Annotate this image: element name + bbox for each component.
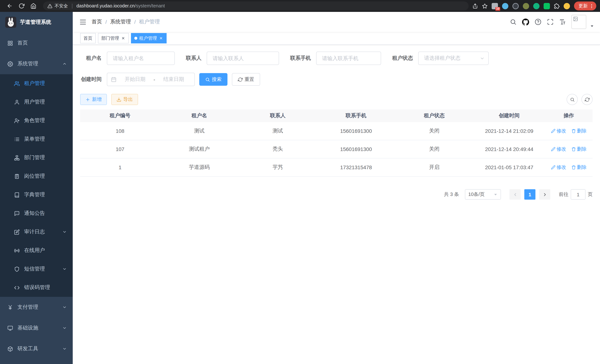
cell-id: 108 <box>80 122 160 140</box>
sidebar-item-sms[interactable]: 短信管理 <box>0 260 73 278</box>
close-tab-icon[interactable] <box>121 36 125 40</box>
sidebar-item-system[interactable]: 系统管理 <box>0 53 73 74</box>
sidebar-menu: 首页系统管理租户管理用户管理角色管理菜单管理部门管理岗位管理字典管理通知公告审计… <box>0 33 73 359</box>
app-logo[interactable]: 芋道管理系统 <box>0 12 73 33</box>
sidebar-item-menu[interactable]: 菜单管理 <box>0 130 73 149</box>
delete-link[interactable]: 删除 <box>572 164 587 171</box>
cell-phone: 17321315478 <box>317 158 395 177</box>
tab-dept[interactable]: 部门管理 <box>98 33 129 43</box>
status-select[interactable]: 请选择租户状态 <box>418 52 489 65</box>
sidebar-collapse-icon[interactable] <box>79 18 86 25</box>
add-button-label: 新增 <box>92 96 102 103</box>
sidebar-item-notice[interactable]: 通知公告 <box>0 204 73 223</box>
help-icon[interactable] <box>535 19 541 25</box>
edit-link[interactable]: 修改 <box>551 128 566 134</box>
browser-profile-avatar[interactable] <box>564 3 570 9</box>
share-button[interactable] <box>472 3 478 9</box>
extension-badge: 10 <box>495 7 500 10</box>
sidebar-item-infra[interactable]: 基础设施 <box>0 318 73 338</box>
date-range-picker[interactable]: 开始日期 - 结束日期 <box>107 73 195 86</box>
delete-link[interactable]: 删除 <box>572 128 587 134</box>
cell-contact: 秃头 <box>239 140 317 158</box>
code-icon <box>14 285 20 290</box>
sidebar-item-post[interactable]: 岗位管理 <box>0 167 73 186</box>
edit-link[interactable]: 修改 <box>551 164 566 171</box>
refresh-table-button[interactable] <box>581 94 593 105</box>
tab-tenant[interactable]: 租户管理 <box>131 33 167 43</box>
extensions-puzzle-button[interactable] <box>554 3 560 9</box>
prev-page-button[interactable] <box>509 189 521 200</box>
export-button[interactable]: 导出 <box>111 94 138 105</box>
breadcrumb-home[interactable]: 首页 <box>92 19 102 25</box>
user-menu-caret-icon[interactable] <box>590 24 594 28</box>
extension-icon-4[interactable] <box>523 3 529 9</box>
sidebar-item-tenant[interactable]: 租户管理 <box>0 74 73 93</box>
extension-icon-3[interactable] <box>512 3 519 9</box>
add-button[interactable]: 新增 <box>80 94 107 105</box>
calendar-icon <box>111 77 116 82</box>
header-actions <box>510 15 594 29</box>
contact-input[interactable] <box>207 52 279 65</box>
chevron-down-icon <box>62 230 67 234</box>
menu-icon <box>14 136 20 142</box>
extension-icon-1[interactable]: 10 <box>492 3 498 9</box>
phone-input[interactable] <box>316 52 381 65</box>
search-button[interactable]: 搜索 <box>199 73 227 86</box>
sidebar-item-home[interactable]: 首页 <box>0 33 73 53</box>
refresh-icon <box>238 77 243 82</box>
delete-link[interactable]: 删除 <box>572 146 587 152</box>
sidebar-item-online-user[interactable]: 在线用户 <box>0 241 73 260</box>
caret-down-icon <box>494 192 497 196</box>
breadcrumb-separator: / <box>134 19 136 25</box>
font-size-icon[interactable] <box>559 19 566 25</box>
goto-page-input[interactable] <box>571 189 586 200</box>
column-header: 联系人 <box>239 110 317 122</box>
tab-home[interactable]: 首页 <box>80 33 96 43</box>
fullscreen-icon[interactable] <box>547 19 554 25</box>
sidebar-item-dict[interactable]: 字典管理 <box>0 186 73 204</box>
extension-icon-6[interactable] <box>544 3 550 9</box>
cell-actions: 修改删除 <box>545 140 593 158</box>
sidebar-item-error-code[interactable]: 错误码管理 <box>0 278 73 297</box>
page-number-1[interactable]: 1 <box>524 189 535 200</box>
monitor-icon <box>7 325 13 331</box>
sidebar-item-label: 研发工具 <box>18 345 60 352</box>
page-size-select[interactable]: 10条/页 <box>465 189 501 200</box>
extension-icon-5[interactable] <box>533 3 540 9</box>
sidebar-item-label: 字典管理 <box>24 191 67 198</box>
header-search-icon[interactable] <box>510 19 516 25</box>
toggle-search-button[interactable] <box>567 94 578 105</box>
close-tab-icon[interactable] <box>159 36 163 40</box>
update-button[interactable]: 更新 <box>574 1 596 10</box>
tenant-name-input[interactable] <box>107 52 175 65</box>
sidebar-item-user[interactable]: 用户管理 <box>0 93 73 111</box>
security-label[interactable]: 不安全 <box>55 3 68 9</box>
app-header: 首页 / 系统管理 / 租户管理 <box>73 12 600 32</box>
sidebar-item-role[interactable]: 角色管理 <box>0 111 73 130</box>
user-avatar[interactable] <box>572 15 586 29</box>
sidebar-item-dev-tool[interactable]: 研发工具 <box>0 338 73 359</box>
address-bar[interactable]: 不安全 dashboard.yudao.iocoder.cn/system/te… <box>43 1 469 10</box>
github-icon[interactable] <box>522 18 529 25</box>
table-row: 1芋道源码芋艿17321315478开启2021-01-05 17:03:47修… <box>80 158 593 177</box>
filter-phone: 联系手机 <box>290 52 381 65</box>
browser-menu-icon[interactable] <box>589 3 594 8</box>
sidebar-item-label: 租户管理 <box>24 80 67 87</box>
edit-link[interactable]: 修改 <box>551 146 566 152</box>
sidebar-item-dept[interactable]: 部门管理 <box>0 149 73 167</box>
browser-home-button[interactable] <box>28 1 38 11</box>
cell-actions: 修改删除 <box>545 158 593 177</box>
browser-back-button[interactable] <box>5 1 14 11</box>
reset-button[interactable]: 重置 <box>232 73 260 86</box>
sidebar-item-pay[interactable]: 支付管理 <box>0 297 73 318</box>
next-page-button[interactable] <box>539 189 550 200</box>
bookmark-star-button[interactable] <box>482 3 488 9</box>
breadcrumb: 首页 / 系统管理 / 租户管理 <box>92 19 160 25</box>
sidebar-item-audit-log[interactable]: 审计日志 <box>0 223 73 241</box>
reset-button-label: 重置 <box>244 76 254 83</box>
start-date-placeholder: 开始日期 <box>118 76 152 83</box>
extension-icon-2[interactable] <box>502 3 508 9</box>
breadcrumb-system[interactable]: 系统管理 <box>110 19 131 25</box>
column-header: 联系手机 <box>317 110 395 122</box>
browser-reload-button[interactable] <box>17 1 26 11</box>
